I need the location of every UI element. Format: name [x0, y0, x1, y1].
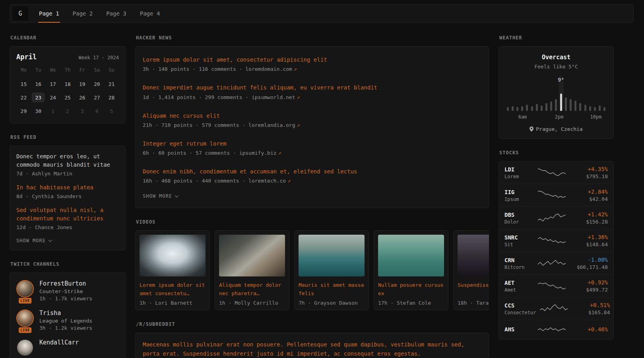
page-tab[interactable]: Page 4: [133, 4, 167, 23]
hn-domain-link[interactable]: loremlandia.org↗: [248, 122, 300, 128]
post-headline-link[interactable]: Maecenas mollis pulvinar erat non posuer…: [143, 340, 481, 358]
calendar-day[interactable]: 30: [32, 106, 45, 116]
video-thumbnail[interactable]: [140, 235, 206, 276]
video-title-link[interactable]: Lorem ipsum dolor sit amet consectetu…: [140, 281, 206, 297]
hn-headline-link[interactable]: Donec imperdiet augue tincidunt felis al…: [143, 84, 481, 91]
calendar-day[interactable]: 16: [32, 79, 45, 89]
weather-bar-column: [568, 76, 573, 111]
video-thumbnail[interactable]: [458, 235, 489, 276]
stock-ticker: IIG: [504, 189, 534, 195]
rss-show-more-button[interactable]: SHOW MORE: [16, 237, 52, 244]
stock-row[interactable]: SNRC Sit +1.36% $148.64: [499, 229, 613, 252]
calendar-day[interactable]: 26: [76, 93, 89, 102]
video-thumbnail[interactable]: [219, 235, 285, 276]
calendar-day[interactable]: 25: [61, 93, 74, 102]
page-tab[interactable]: Page 1: [32, 4, 66, 23]
twitch-channel-row[interactable]: KendallCarr: [16, 339, 119, 356]
calendar-day[interactable]: 29: [17, 106, 30, 116]
live-badge: LIVE: [19, 298, 31, 304]
calendar-day[interactable]: 21: [105, 79, 118, 89]
hn-headline-link[interactable]: Donec enim nibh, condimentum et accumsan…: [143, 167, 481, 175]
stock-row[interactable]: LDI Lorem +4.35% $795.18: [499, 161, 613, 184]
calendar-day[interactable]: 5: [105, 106, 118, 116]
calendar-day[interactable]: 20: [91, 79, 103, 89]
video-thumbnail[interactable]: [299, 235, 365, 276]
weather-bar-column: [578, 76, 583, 111]
channel-name[interactable]: KendallCarr: [39, 339, 79, 346]
page-tab[interactable]: Page 3: [99, 4, 133, 23]
channel-avatar: LIVE: [16, 280, 34, 302]
video-card[interactable]: Aliquam tempor dolor nec pharetra… 1h · …: [215, 230, 289, 310]
stock-row[interactable]: CRN Bitcorn -1.00% $66,171.48: [499, 252, 613, 274]
stock-id: AET Amet: [504, 280, 534, 293]
video-card[interactable]: Suspendisse diam 18h · Tara: [453, 230, 489, 310]
weather-bar: [555, 99, 557, 111]
weather-bar-column: [549, 76, 554, 111]
twitch-channel-row[interactable]: LIVE Trisha League of Legends 3h · 1.2k …: [16, 309, 119, 331]
calendar-day[interactable]: 1: [47, 106, 59, 116]
calendar-day[interactable]: 28: [105, 93, 118, 102]
channel-name[interactable]: Trisha: [39, 309, 92, 317]
hackernews-widget: HACKER NEWS Lorem ipsum dolor sit amet, …: [135, 35, 489, 208]
calendar-day[interactable]: 27: [91, 93, 103, 102]
video-title-link[interactable]: Nullam posuere cursus ex: [378, 281, 444, 297]
stock-row[interactable]: AET Amet +0.92% $499.72: [499, 274, 613, 297]
stock-id: IIG Ipsum: [504, 189, 534, 202]
calendar-day[interactable]: 4: [91, 106, 103, 116]
stock-row[interactable]: DBS Dolor +1.42% $156.28: [499, 206, 613, 229]
rss-item: Sed volutpat nulla nisl, a condimentum n…: [16, 206, 119, 230]
stock-row[interactable]: CCS Consectetur +0.51% $165.84: [499, 297, 613, 320]
hackernews-show-more-row: SHOW MORE: [143, 189, 481, 204]
channel-info: Trisha League of Legends 3h · 1.2k viewe…: [39, 309, 92, 331]
stock-name: Amet: [504, 287, 534, 293]
hn-domain-link[interactable]: loremtech.co↗: [248, 178, 291, 184]
stocks-card: LDI Lorem +4.35% $795.18 IIG Ipsum +2.84…: [499, 161, 614, 340]
hn-domain-link[interactable]: ipsumify.biz↗: [239, 150, 281, 156]
hn-headline-link[interactable]: Integer eget rutrum lorem: [143, 140, 481, 148]
calendar-day[interactable]: 24: [47, 93, 59, 102]
stock-row[interactable]: AHS +0.46%: [499, 320, 613, 339]
hn-headline-link[interactable]: Lorem ipsum dolor sit amet, consectetur …: [143, 56, 481, 64]
rss-headline-link[interactable]: Donec tempor eros leo, ut commodo mauris…: [16, 152, 119, 169]
twitch-channel-row[interactable]: LIVE ForrestBurton Counter-Strike 1h · 1…: [16, 280, 119, 302]
hn-item: Aliquam nec cursus elit 21h · 710 points…: [143, 106, 481, 134]
channel-name[interactable]: ForrestBurton: [39, 280, 92, 287]
stock-sparkline: [538, 167, 566, 178]
calendar-month: April: [16, 53, 37, 61]
video-card[interactable]: Lorem ipsum dolor sit amet consectetu… 1…: [135, 230, 210, 310]
calendar-days-grid: 1516171819202122232425262728293012345: [16, 79, 119, 116]
calendar-day[interactable]: 17: [47, 79, 59, 89]
calendar-day[interactable]: 15: [17, 79, 30, 89]
stock-change: +2.84%: [570, 189, 608, 195]
channel-viewers: 3h · 1.2k viewers: [39, 325, 92, 331]
video-thumbnail[interactable]: [378, 235, 444, 276]
video-title-link[interactable]: Mauris sit amet massa felis: [299, 281, 365, 297]
hn-domain-text: loremlandia.org: [248, 122, 295, 128]
hn-headline-link[interactable]: Aliquam nec cursus elit: [143, 112, 481, 120]
stock-ticker: AET: [504, 280, 534, 286]
rss-headline-link[interactable]: Sed volutpat nulla nisl, a condimentum n…: [16, 206, 119, 223]
stock-price: $165.84: [572, 309, 610, 315]
page-tab[interactable]: Page 2: [66, 4, 100, 23]
rss-headline-link[interactable]: In hac habitasse platea: [16, 183, 119, 192]
stock-id: DBS Dolor: [504, 212, 534, 225]
weather-bar: [579, 103, 581, 111]
calendar-day[interactable]: 19: [76, 79, 89, 89]
hackernews-show-more-button[interactable]: SHOW MORE: [143, 193, 178, 200]
hn-domain-link[interactable]: ipsumworld.net↗: [252, 94, 300, 100]
app-logo[interactable]: G: [12, 6, 28, 21]
video-card[interactable]: Mauris sit amet massa felis 7h · Grayson…: [294, 230, 369, 310]
stock-values: +0.51% $165.84: [572, 302, 610, 315]
calendar-day[interactable]: 3: [76, 106, 89, 116]
calendar-day[interactable]: 23: [32, 93, 45, 102]
stock-change: +4.35%: [570, 166, 608, 172]
video-title-link[interactable]: Suspendisse diam: [458, 281, 489, 297]
calendar-day[interactable]: 22: [17, 93, 30, 102]
stock-ticker: CRN: [504, 257, 534, 263]
calendar-day[interactable]: 18: [61, 79, 74, 89]
video-title-link[interactable]: Aliquam tempor dolor nec pharetra…: [219, 281, 285, 297]
calendar-day[interactable]: 2: [61, 106, 74, 116]
hn-domain-link[interactable]: loremdomain.com↗: [245, 66, 297, 72]
video-card[interactable]: Nullam posuere cursus ex 17h · Stefan Co…: [374, 230, 448, 310]
stock-row[interactable]: IIG Ipsum +2.84% $42.04: [499, 184, 613, 206]
